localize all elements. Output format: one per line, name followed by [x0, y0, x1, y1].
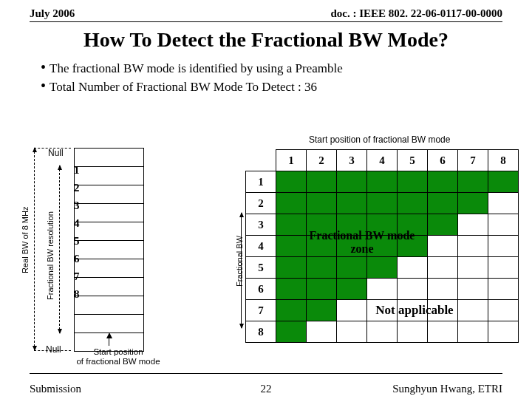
frac-res-extent [59, 166, 60, 333]
start-pos-label: Start position of fractional BW mode [66, 347, 170, 366]
col-7: 7 [458, 150, 488, 171]
bullet-1: The fractional BW mode is identified by … [41, 59, 491, 76]
zone-label: Fractional BW mode zone [303, 229, 421, 255]
ladder-num-5: 5 [74, 235, 80, 248]
ladder-num-2: 2 [74, 182, 80, 194]
col-8: 8 [488, 150, 519, 171]
col-6: 6 [428, 150, 458, 171]
real-bw-label: Real BW of 8 MHz [21, 207, 30, 273]
start-pos-arrow [109, 334, 109, 346]
row-3: 3 [246, 214, 276, 236]
null-top-label: Null [48, 148, 64, 158]
row-6: 6 [246, 279, 276, 300]
real-bw-extent [34, 148, 35, 350]
row-1: 1 [246, 171, 276, 193]
ladder-diagram [74, 148, 144, 352]
ladder-num-1: 1 [74, 164, 80, 177]
row-5: 5 [246, 257, 276, 279]
row-8: 8 [246, 321, 276, 343]
ladder-num-6: 6 [74, 253, 80, 265]
col-2: 2 [307, 150, 337, 171]
bullet-list: The fractional BW mode is identified by … [41, 59, 491, 95]
row-7: 7 [246, 300, 276, 321]
ladder-num-8: 8 [74, 288, 80, 301]
col-3: 3 [337, 150, 367, 171]
ladder-num-4: 4 [74, 217, 80, 230]
na-label: Not applicable [352, 303, 477, 318]
col-5: 5 [398, 150, 428, 171]
header-doc-id: doc. : IEEE 802. 22-06-0117-00-0000 [331, 7, 503, 20]
footer-page-number: 22 [30, 383, 502, 395]
null-bottom-label: Null [46, 344, 61, 355]
ladder-num-7: 7 [74, 270, 80, 283]
col-4: 4 [367, 150, 398, 171]
col-1: 1 [276, 150, 307, 171]
header-rule [30, 21, 502, 22]
frac-bw-label: Fractional BW [235, 236, 244, 287]
matrix-caption: Start position of fractional BW mode [309, 134, 450, 145]
ladder-num-3: 3 [74, 200, 80, 212]
page-title: How To Detect the Fractional BW Mode? [0, 28, 532, 52]
header-date: July 2006 [30, 7, 75, 20]
frac-res-label: Fractional BW resolution [46, 211, 55, 300]
bullet-2: Total Number of Fractional BW Mode To De… [41, 78, 491, 95]
footer-rule [30, 373, 502, 374]
row-2: 2 [246, 193, 276, 214]
row-4: 4 [246, 236, 276, 257]
